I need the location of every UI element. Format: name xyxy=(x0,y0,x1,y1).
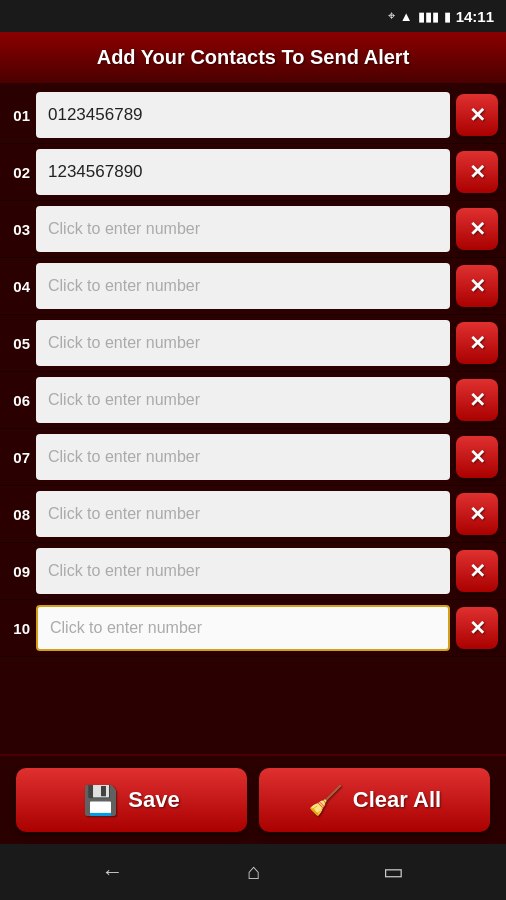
row-number: 10 xyxy=(8,620,30,637)
delete-button-01[interactable]: ✕ xyxy=(456,94,498,136)
contact-input-10[interactable] xyxy=(36,605,450,651)
delete-button-09[interactable]: ✕ xyxy=(456,550,498,592)
contact-input-04[interactable] xyxy=(36,263,450,309)
delete-button-05[interactable]: ✕ xyxy=(456,322,498,364)
status-bar: ⌖ ▲ ▮▮▮ ▮ 14:11 xyxy=(0,0,506,32)
delete-button-03[interactable]: ✕ xyxy=(456,208,498,250)
contact-row: 03✕ xyxy=(0,201,506,258)
contact-row: 01✕ xyxy=(0,87,506,144)
delete-icon: ✕ xyxy=(469,103,486,127)
row-number: 04 xyxy=(8,278,30,295)
contact-input-07[interactable] xyxy=(36,434,450,480)
delete-icon: ✕ xyxy=(469,274,486,298)
battery-icon: ▮ xyxy=(444,9,451,24)
contact-row: 06✕ xyxy=(0,372,506,429)
delete-button-10[interactable]: ✕ xyxy=(456,607,498,649)
delete-icon: ✕ xyxy=(469,217,486,241)
contact-list: 01✕02✕03✕04✕05✕06✕07✕08✕09✕10✕ xyxy=(0,83,506,754)
row-number: 03 xyxy=(8,221,30,238)
delete-button-02[interactable]: ✕ xyxy=(456,151,498,193)
delete-button-06[interactable]: ✕ xyxy=(456,379,498,421)
contact-input-05[interactable] xyxy=(36,320,450,366)
contact-input-09[interactable] xyxy=(36,548,450,594)
delete-icon: ✕ xyxy=(469,559,486,583)
save-icon: 💾 xyxy=(83,784,118,817)
save-button[interactable]: 💾 Save xyxy=(16,768,247,832)
contact-input-02[interactable] xyxy=(36,149,450,195)
contact-row: 04✕ xyxy=(0,258,506,315)
contact-input-01[interactable] xyxy=(36,92,450,138)
delete-button-07[interactable]: ✕ xyxy=(456,436,498,478)
row-number: 08 xyxy=(8,506,30,523)
delete-icon: ✕ xyxy=(469,445,486,469)
contact-row: 07✕ xyxy=(0,429,506,486)
delete-button-08[interactable]: ✕ xyxy=(456,493,498,535)
row-number: 09 xyxy=(8,563,30,580)
delete-icon: ✕ xyxy=(469,616,486,640)
delete-icon: ✕ xyxy=(469,388,486,412)
contact-input-06[interactable] xyxy=(36,377,450,423)
row-number: 06 xyxy=(8,392,30,409)
save-label: Save xyxy=(128,787,179,813)
clear-icon: 🧹 xyxy=(308,784,343,817)
contact-row: 05✕ xyxy=(0,315,506,372)
bottom-buttons: 💾 Save 🧹 Clear All xyxy=(0,754,506,844)
signal-icon: ▮▮▮ xyxy=(418,9,439,24)
contact-input-08[interactable] xyxy=(36,491,450,537)
delete-icon: ✕ xyxy=(469,160,486,184)
contact-row: 09✕ xyxy=(0,543,506,600)
delete-button-04[interactable]: ✕ xyxy=(456,265,498,307)
row-number: 01 xyxy=(8,107,30,124)
wifi-icon: ▲ xyxy=(400,9,413,24)
recent-apps-button[interactable]: ▭ xyxy=(383,859,404,885)
bluetooth-icon: ⌖ xyxy=(388,8,395,24)
page-title: Add Your Contacts To Send Alert xyxy=(16,46,490,69)
contact-input-03[interactable] xyxy=(36,206,450,252)
nav-bar: ← ⌂ ▭ xyxy=(0,844,506,900)
contact-row: 10✕ xyxy=(0,600,506,657)
clear-all-button[interactable]: 🧹 Clear All xyxy=(259,768,490,832)
row-number: 02 xyxy=(8,164,30,181)
status-time: 14:11 xyxy=(456,8,494,25)
back-button[interactable]: ← xyxy=(102,859,124,885)
delete-icon: ✕ xyxy=(469,502,486,526)
header: Add Your Contacts To Send Alert xyxy=(0,32,506,83)
row-number: 07 xyxy=(8,449,30,466)
home-button[interactable]: ⌂ xyxy=(247,859,260,885)
contact-row: 02✕ xyxy=(0,144,506,201)
delete-icon: ✕ xyxy=(469,331,486,355)
contact-row: 08✕ xyxy=(0,486,506,543)
clear-label: Clear All xyxy=(353,787,441,813)
row-number: 05 xyxy=(8,335,30,352)
